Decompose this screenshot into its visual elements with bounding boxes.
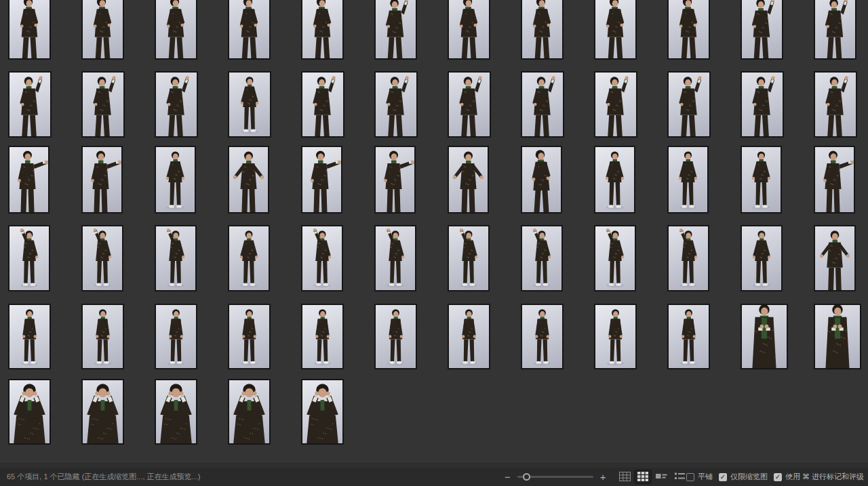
model-photo-illustration bbox=[669, 73, 709, 136]
model-photo-illustration bbox=[376, 226, 415, 290]
photo-thumbnail[interactable] bbox=[301, 146, 342, 214]
photo-thumbnail[interactable] bbox=[448, 304, 490, 369]
photo-thumbnail[interactable] bbox=[741, 225, 783, 291]
model-photo-illustration bbox=[449, 0, 489, 58]
photo-thumbnail[interactable] bbox=[814, 146, 855, 214]
photo-thumbnail[interactable] bbox=[741, 71, 784, 138]
photo-thumbnail[interactable] bbox=[228, 379, 271, 445]
photo-thumbnail[interactable] bbox=[521, 0, 564, 60]
model-photo-illustration bbox=[9, 0, 50, 58]
model-photo-illustration bbox=[522, 73, 563, 136]
photo-thumbnail[interactable] bbox=[667, 225, 709, 291]
photo-thumbnail[interactable] bbox=[374, 0, 417, 60]
zoom-in-button[interactable]: + bbox=[597, 472, 609, 482]
photo-thumbnail[interactable] bbox=[81, 0, 124, 60]
photo-thumbnail[interactable] bbox=[155, 225, 197, 291]
photo-thumbnail[interactable] bbox=[228, 146, 269, 214]
photo-thumbnail[interactable] bbox=[448, 0, 490, 60]
photo-thumbnail[interactable] bbox=[594, 146, 635, 214]
photo-thumbnail[interactable] bbox=[81, 71, 125, 138]
cmd-rating-checkbox[interactable]: ✓ bbox=[774, 473, 782, 481]
photo-thumbnail[interactable] bbox=[594, 71, 637, 138]
option-cmd-rating[interactable]: ✓ 使用 ⌘ 进行标记和评级 bbox=[774, 472, 864, 482]
model-photo-illustration bbox=[595, 0, 635, 58]
photo-thumbnail[interactable] bbox=[594, 225, 636, 291]
slider-knob[interactable] bbox=[523, 473, 530, 481]
photo-thumbnail[interactable] bbox=[667, 71, 711, 138]
photo-thumbnail[interactable] bbox=[374, 304, 417, 369]
photo-thumbnail[interactable] bbox=[521, 71, 564, 138]
photo-thumbnail[interactable] bbox=[521, 225, 563, 291]
option-thumbnails-only[interactable]: ✓ 仅限缩览图 bbox=[719, 472, 768, 482]
grid-view-button[interactable] bbox=[616, 470, 633, 484]
model-photo-illustration bbox=[83, 305, 123, 368]
details-view-button[interactable] bbox=[652, 470, 670, 484]
model-photo-illustration bbox=[229, 73, 270, 136]
model-photo-illustration bbox=[9, 73, 50, 136]
photo-thumbnail[interactable] bbox=[374, 71, 418, 138]
model-photo-illustration bbox=[815, 147, 854, 212]
photo-thumbnail[interactable] bbox=[521, 304, 564, 369]
photo-thumbnail[interactable] bbox=[8, 146, 50, 214]
photo-thumbnail[interactable] bbox=[667, 146, 709, 214]
thumbnail-size-slider[interactable] bbox=[517, 472, 593, 482]
model-photo-illustration bbox=[376, 0, 416, 58]
thumbnails-only-checkbox[interactable]: ✓ bbox=[719, 473, 727, 481]
model-photo-illustration bbox=[302, 73, 343, 136]
photo-thumbnail[interactable] bbox=[155, 304, 197, 369]
photo-thumbnail[interactable] bbox=[8, 225, 50, 291]
photo-thumbnail[interactable] bbox=[301, 379, 344, 445]
photo-thumbnail[interactable] bbox=[81, 146, 123, 214]
photo-thumbnail[interactable] bbox=[301, 0, 344, 60]
photo-thumbnail[interactable] bbox=[741, 0, 783, 60]
model-photo-illustration bbox=[83, 380, 123, 443]
photo-thumbnail[interactable] bbox=[448, 71, 491, 138]
photo-thumbnail[interactable] bbox=[155, 379, 197, 445]
model-photo-illustration bbox=[229, 380, 269, 443]
zoom-out-button[interactable]: − bbox=[502, 472, 513, 482]
photo-thumbnail[interactable] bbox=[741, 146, 782, 214]
model-photo-illustration bbox=[156, 0, 196, 58]
photo-thumbnail[interactable] bbox=[521, 146, 562, 214]
model-photo-illustration bbox=[815, 0, 855, 58]
model-photo-illustration bbox=[815, 73, 856, 136]
photo-thumbnail[interactable] bbox=[594, 304, 637, 369]
tile-checkbox[interactable] bbox=[686, 473, 694, 481]
photo-thumbnail[interactable] bbox=[81, 225, 123, 291]
photo-thumbnail[interactable] bbox=[8, 71, 52, 138]
photo-thumbnail[interactable] bbox=[155, 71, 198, 138]
option-tile[interactable]: 平铺 bbox=[686, 472, 713, 482]
photo-thumbnail[interactable] bbox=[814, 225, 856, 291]
photo-thumbnail[interactable] bbox=[228, 71, 271, 138]
photo-thumbnail[interactable] bbox=[814, 71, 857, 138]
photo-thumbnail[interactable] bbox=[301, 225, 343, 291]
photo-thumbnail[interactable] bbox=[667, 304, 710, 369]
model-photo-illustration bbox=[669, 147, 707, 212]
model-photo-illustration bbox=[302, 147, 341, 212]
photo-thumbnail[interactable] bbox=[8, 0, 51, 60]
photo-thumbnail[interactable] bbox=[301, 71, 344, 138]
photo-thumbnail[interactable] bbox=[448, 225, 490, 291]
photo-thumbnail[interactable] bbox=[594, 0, 637, 60]
photo-thumbnail[interactable] bbox=[81, 379, 124, 445]
photo-thumbnail[interactable] bbox=[8, 304, 51, 369]
photo-thumbnail[interactable] bbox=[81, 304, 124, 369]
photo-thumbnail[interactable] bbox=[814, 0, 856, 60]
model-photo-illustration bbox=[815, 305, 860, 368]
photo-thumbnail[interactable] bbox=[228, 0, 271, 60]
thumbnail-view-button[interactable] bbox=[634, 470, 652, 484]
model-photo-illustration bbox=[669, 305, 709, 368]
photo-thumbnail[interactable] bbox=[741, 304, 788, 369]
photo-thumbnail[interactable] bbox=[374, 225, 416, 291]
model-photo-illustration bbox=[302, 0, 342, 58]
photo-thumbnail[interactable] bbox=[448, 146, 489, 214]
photo-thumbnail[interactable] bbox=[301, 304, 344, 369]
photo-thumbnail[interactable] bbox=[667, 0, 710, 60]
photo-thumbnail[interactable] bbox=[155, 146, 196, 214]
photo-thumbnail[interactable] bbox=[374, 146, 416, 214]
photo-thumbnail[interactable] bbox=[228, 304, 271, 369]
photo-thumbnail[interactable] bbox=[228, 225, 270, 291]
photo-thumbnail[interactable] bbox=[155, 0, 197, 60]
photo-thumbnail[interactable] bbox=[814, 304, 861, 369]
photo-thumbnail[interactable] bbox=[8, 379, 51, 445]
